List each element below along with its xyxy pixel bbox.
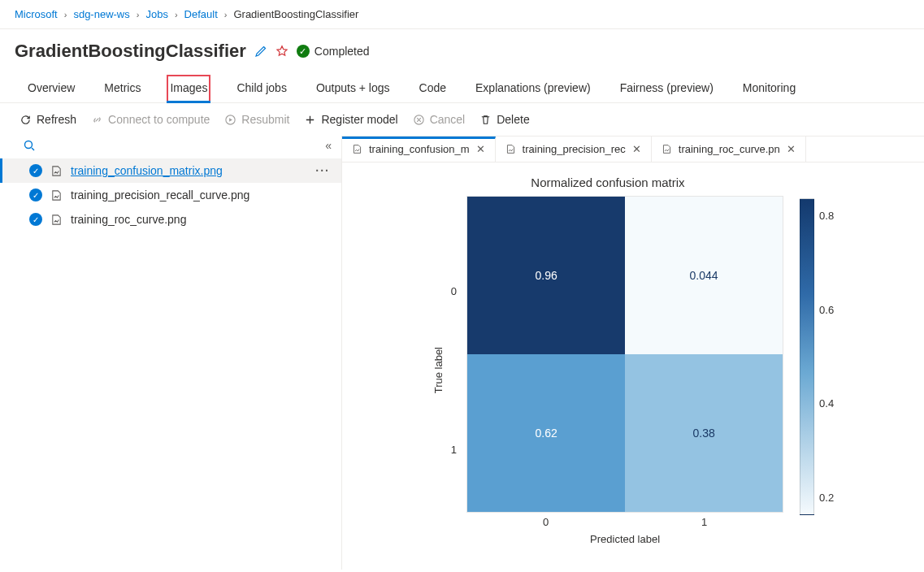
trash-icon [479, 114, 492, 126]
file-row[interactable]: ✓ training_confusion_matrix.png ··· [0, 158, 341, 183]
register-model-button[interactable]: Register model [304, 113, 397, 126]
content-tab-strip: training_confusion_m ✕ training_precisio… [342, 136, 924, 162]
breadcrumb: Microsoft › sdg-new-ws › Jobs › Default … [0, 0, 924, 29]
page-title: GradientBoostingClassifier [15, 41, 246, 62]
plus-icon [304, 114, 316, 126]
file-row[interactable]: ✓ training_roc_curve.png [0, 207, 341, 232]
file-name: training_confusion_matrix.png [71, 164, 223, 177]
resubmit-label: Resubmit [241, 113, 289, 126]
matrix-cell: 0.96 [467, 197, 625, 354]
y-tick: 1 [451, 444, 457, 456]
status-check-icon: ✓ [29, 164, 42, 177]
body: « ✓ training_confusion_matrix.png ··· ✓ … [0, 136, 924, 570]
delete-label: Delete [497, 113, 529, 126]
sidebar-header: « [0, 136, 341, 155]
breadcrumb-current: GradientBoostingClassifier [233, 8, 358, 20]
cancel-circle-icon [413, 114, 425, 126]
title-row: GradientBoostingClassifier ✓ Completed [0, 29, 924, 68]
favorite-star-icon[interactable] [275, 45, 288, 58]
success-check-icon: ✓ [297, 45, 310, 58]
content-tab[interactable]: training_roc_curve.pn ✕ [652, 136, 806, 162]
image-file-icon [662, 144, 672, 154]
breadcrumb-link[interactable]: Microsoft [15, 8, 58, 20]
close-icon[interactable]: ✕ [787, 143, 796, 155]
chevron-right-icon: › [224, 10, 228, 20]
colorbar-tick: 0.2 [819, 492, 834, 504]
close-icon[interactable]: ✕ [632, 143, 641, 155]
status-check-icon: ✓ [29, 213, 42, 226]
matrix-cell: 0.38 [625, 354, 783, 512]
file-list: ✓ training_confusion_matrix.png ··· ✓ tr… [0, 155, 341, 232]
matrix-cell: 0.62 [467, 354, 625, 512]
content-tab[interactable]: training_confusion_m ✕ [342, 136, 496, 162]
matrix-layout: True label 0 1 0.96 0.044 0.62 0.38 [432, 196, 783, 545]
delete-button[interactable]: Delete [479, 113, 529, 126]
breadcrumb-link[interactable]: sdg-new-ws [73, 8, 129, 20]
colorbar: 0.8 0.6 0.4 0.2 [800, 198, 834, 515]
content-tab-label: training_precision_rec [523, 143, 626, 155]
tab-images[interactable]: Images [167, 75, 210, 102]
chevron-right-icon: › [64, 10, 67, 20]
content-tab[interactable]: training_precision_rec ✕ [496, 136, 652, 162]
collapse-panel-icon[interactable]: « [325, 139, 332, 152]
edit-icon[interactable] [254, 45, 267, 58]
y-axis-label: True label [432, 347, 445, 393]
colorbar-ticks: 0.8 0.6 0.4 0.2 [819, 198, 834, 515]
tab-outputs-logs[interactable]: Outputs + logs [313, 75, 393, 102]
file-name: training_precision_recall_curve.png [71, 188, 249, 202]
more-options-icon[interactable]: ··· [315, 164, 330, 177]
content-tab-label: training_roc_curve.pn [679, 143, 780, 155]
play-circle-icon [224, 114, 236, 126]
image-file-icon [50, 189, 63, 202]
image-file-icon [50, 165, 63, 177]
x-tick: 0 [543, 516, 549, 528]
chart-title: Normalized confusion matrix [531, 176, 684, 189]
file-row[interactable]: ✓ training_precision_recall_curve.png [0, 183, 341, 207]
content: training_confusion_m ✕ training_precisio… [341, 136, 924, 570]
y-tick: 0 [451, 285, 457, 297]
toolbar: Refresh Connect to compute Resubmit Regi… [0, 103, 924, 136]
connect-compute-button[interactable]: Connect to compute [91, 113, 210, 126]
status-label: Completed [315, 45, 370, 58]
cancel-button[interactable]: Cancel [413, 113, 466, 126]
status-badge: ✓ Completed [297, 45, 370, 58]
colorbar-tick: 0.4 [819, 397, 834, 410]
y-axis-ticks: 0 1 [451, 212, 460, 529]
tab-child-jobs[interactable]: Child jobs [233, 75, 289, 102]
file-name: training_roc_curve.png [71, 213, 186, 226]
close-icon[interactable]: ✕ [476, 143, 485, 155]
resubmit-button[interactable]: Resubmit [224, 113, 289, 126]
content-tab-label: training_confusion_m [369, 143, 470, 155]
matrix-cell: 0.044 [625, 197, 783, 354]
svg-point-2 [25, 141, 33, 149]
tab-fairness[interactable]: Fairness (preview) [617, 75, 717, 102]
link-icon [91, 114, 103, 126]
tab-monitoring[interactable]: Monitoring [740, 75, 799, 102]
connect-label: Connect to compute [108, 113, 210, 126]
x-axis-label: Predicted label [466, 533, 783, 545]
x-tick: 1 [701, 516, 707, 528]
x-axis-ticks: 0 1 [466, 513, 783, 528]
refresh-icon [20, 114, 32, 126]
image-file-icon [505, 144, 516, 154]
tab-metrics[interactable]: Metrics [101, 75, 144, 102]
image-file-icon [352, 144, 362, 154]
refresh-button[interactable]: Refresh [20, 113, 76, 126]
tab-strip: Overview Metrics Images Child jobs Outpu… [0, 72, 924, 103]
register-label: Register model [321, 113, 397, 126]
colorbar-gradient [800, 198, 814, 515]
tab-code[interactable]: Code [416, 75, 449, 102]
search-icon[interactable] [23, 139, 36, 152]
status-check-icon: ✓ [29, 188, 42, 202]
sidebar: « ✓ training_confusion_matrix.png ··· ✓ … [0, 136, 341, 570]
breadcrumb-link[interactable]: Jobs [145, 8, 167, 20]
tab-explanations[interactable]: Explanations (preview) [472, 75, 594, 102]
refresh-label: Refresh [37, 113, 76, 126]
breadcrumb-link[interactable]: Default [184, 8, 218, 20]
colorbar-tick: 0.6 [819, 304, 834, 316]
tab-overview[interactable]: Overview [24, 75, 78, 102]
confusion-matrix: 0.96 0.044 0.62 0.38 [466, 196, 783, 513]
chart-area: Normalized confusion matrix True label 0… [342, 162, 924, 570]
chart-wrap: Normalized confusion matrix True label 0… [432, 176, 783, 545]
chevron-right-icon: › [137, 10, 140, 20]
